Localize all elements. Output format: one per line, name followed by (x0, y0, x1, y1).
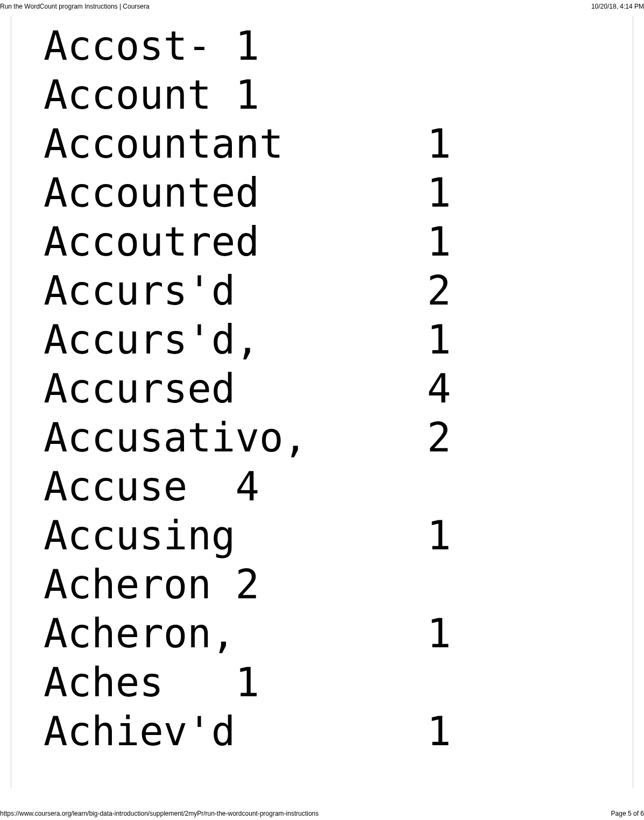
word-count-line: Accurs'd, 1 (44, 315, 600, 364)
word-count-line: Accounted 1 (44, 168, 600, 217)
page-header-title: Run the WordCount program Instructions |… (0, 3, 150, 10)
word-count-line: Accurs'd 2 (44, 266, 600, 315)
word-count-line: Accusativo, 2 (44, 413, 600, 462)
page-footer-pagination: Page 5 of 6 (611, 810, 644, 817)
content-container: Accost- 1 Account 1 Accountant 1 Account… (11, 16, 633, 788)
word-count-line: Acheron 2 (44, 560, 600, 609)
word-count-line: Accursed 4 (44, 364, 600, 413)
word-count-line: Accountant 1 (44, 119, 600, 168)
word-count-line: Accoutred 1 (44, 217, 600, 266)
word-count-line: Acheron, 1 (44, 609, 600, 658)
word-count-line: Accost- 1 (44, 22, 600, 70)
page-header-timestamp: 10/20/18, 4:14 PM (591, 3, 644, 10)
page-footer-url: https://www.coursera.org/learn/big-data-… (0, 810, 319, 817)
word-count-line: Achiev'd 1 (44, 707, 600, 756)
word-count-line: Accusing 1 (44, 511, 600, 560)
word-count-line: Accuse 4 (44, 462, 600, 511)
word-count-line: Account 1 (44, 70, 600, 119)
word-count-line: Aches 1 (44, 658, 600, 707)
